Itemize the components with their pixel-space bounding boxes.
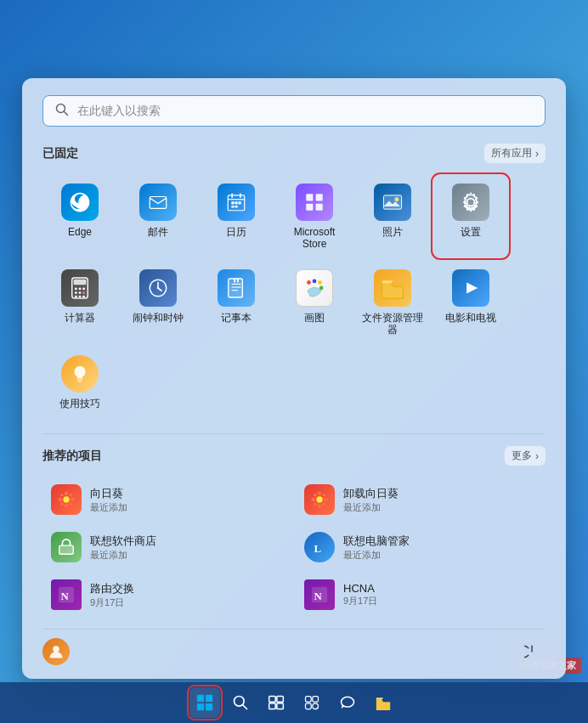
svg-rect-8 [235, 201, 237, 204]
lenovo-store-icon [51, 532, 82, 562]
svg-marker-43 [466, 282, 478, 293]
svg-rect-45 [78, 381, 82, 382]
svg-point-84 [313, 703, 319, 709]
svg-rect-9 [238, 201, 240, 204]
app-movies[interactable]: 电影和电视 [433, 261, 508, 343]
app-explorer[interactable]: 文件资源管理器 [355, 261, 430, 343]
app-calendar[interactable]: 日历 [199, 175, 274, 257]
routing-icon: N [51, 579, 82, 610]
taskbar-chat[interactable] [332, 687, 363, 718]
svg-point-26 [75, 296, 77, 298]
rec-hcna[interactable]: N HCNA 9月17日 [296, 573, 546, 617]
svg-point-53 [60, 502, 64, 506]
calendar-icon [218, 184, 255, 221]
svg-rect-10 [231, 206, 234, 207]
settings-icon [452, 184, 489, 221]
app-photos[interactable]: 照片 [355, 175, 430, 257]
svg-rect-12 [306, 194, 313, 201]
recommended-grid: 向日葵 最近添加 卸载向日葵 最近添加 联想软件商店 最近添加 [42, 477, 546, 617]
svg-rect-19 [74, 280, 87, 285]
rec-sunflower-text: 向日葵 最近添加 [90, 486, 127, 514]
more-button[interactable]: 更多 › [505, 446, 546, 466]
svg-text:L: L [314, 543, 322, 555]
svg-rect-15 [316, 204, 323, 211]
rec-lenovo-manager-text: 联想电脑管家 最近添加 [343, 534, 410, 562]
svg-point-70 [53, 646, 59, 652]
svg-rect-16 [383, 195, 401, 209]
calendar-label: 日历 [226, 226, 246, 238]
svg-point-60 [314, 494, 317, 497]
svg-text:N: N [314, 590, 323, 602]
svg-point-17 [394, 197, 399, 201]
notepad-icon [218, 269, 255, 307]
edge-icon [61, 184, 99, 221]
search-bar[interactable]: 在此键入以搜索 [42, 95, 546, 127]
svg-point-63 [322, 502, 325, 506]
svg-rect-79 [269, 703, 276, 709]
svg-rect-82 [313, 697, 319, 703]
taskbar-search[interactable] [225, 687, 256, 718]
section-divider [42, 433, 546, 434]
app-calculator[interactable]: 计算器 [42, 261, 117, 343]
app-notepad[interactable]: 记事本 [199, 261, 274, 343]
clock-icon [139, 269, 177, 307]
store-icon [296, 184, 333, 221]
svg-point-58 [311, 498, 315, 502]
app-tips[interactable]: 使用技巧 [42, 347, 117, 416]
app-edge[interactable]: Edge [42, 175, 117, 257]
svg-text:N: N [61, 590, 70, 602]
svg-rect-11 [235, 206, 237, 207]
svg-rect-64 [59, 545, 74, 554]
svg-point-50 [71, 498, 75, 502]
app-clock[interactable]: 闹钟和时钟 [121, 261, 195, 343]
start-bottom [42, 629, 546, 665]
start-button[interactable] [189, 687, 220, 718]
app-mail[interactable]: 邮件 [121, 175, 195, 257]
app-settings[interactable]: 设置 [433, 175, 508, 257]
rec-sunflower-uninstall[interactable]: 卸载向日葵 最近添加 [296, 477, 546, 522]
store-label: Microsoft Store [282, 226, 347, 251]
paint-icon [296, 269, 333, 307]
svg-rect-13 [316, 194, 323, 201]
app-paint[interactable]: 画图 [277, 261, 352, 343]
explorer-label: 文件资源管理器 [360, 312, 425, 336]
svg-rect-78 [277, 697, 284, 703]
svg-point-48 [65, 504, 69, 508]
svg-point-49 [58, 498, 62, 502]
avatar [42, 638, 70, 665]
svg-rect-83 [306, 703, 312, 709]
rec-lenovo-manager[interactable]: L 联想电脑管家 最近添加 [296, 525, 546, 569]
svg-point-39 [307, 280, 311, 285]
svg-point-56 [318, 491, 322, 495]
svg-point-55 [316, 496, 322, 502]
taskbar-task-view[interactable] [261, 687, 291, 718]
lenovo-manager-icon: L [304, 532, 335, 562]
svg-rect-73 [197, 703, 204, 710]
svg-point-46 [63, 496, 69, 502]
taskbar-widgets[interactable] [297, 687, 327, 718]
svg-rect-44 [77, 378, 83, 380]
all-apps-button[interactable]: 所有应用 › [484, 144, 546, 163]
movies-label: 电影和电视 [445, 312, 496, 324]
rec-routing[interactable]: N 路由交换 9月17日 [42, 573, 292, 617]
app-store[interactable]: Microsoft Store [277, 175, 352, 257]
photos-label: 照片 [382, 226, 403, 238]
recommended-section-header: 推荐的项目 更多 › [42, 446, 546, 466]
start-menu: 在此键入以搜索 已固定 所有应用 › Edge 邮件 日历 [22, 78, 566, 679]
calculator-icon [61, 269, 99, 307]
tips-label: 使用技巧 [59, 398, 100, 410]
svg-rect-80 [277, 703, 284, 709]
sunflower-icon [51, 484, 82, 515]
svg-point-40 [313, 279, 317, 283]
svg-point-59 [324, 498, 328, 502]
hcna-icon: N [304, 579, 335, 610]
svg-rect-81 [306, 697, 312, 703]
rec-sunflower[interactable]: 向日葵 最近添加 [42, 477, 292, 522]
pinned-section-header: 已固定 所有应用 › [42, 144, 546, 163]
user-info[interactable] [42, 638, 78, 665]
taskbar-explorer[interactable] [368, 687, 399, 718]
svg-rect-74 [206, 703, 212, 710]
rec-lenovo-store-text: 联想软件商店 最近添加 [90, 534, 156, 562]
rec-lenovo-store[interactable]: 联想软件商店 最近添加 [42, 525, 292, 569]
power-button[interactable] [518, 638, 546, 665]
